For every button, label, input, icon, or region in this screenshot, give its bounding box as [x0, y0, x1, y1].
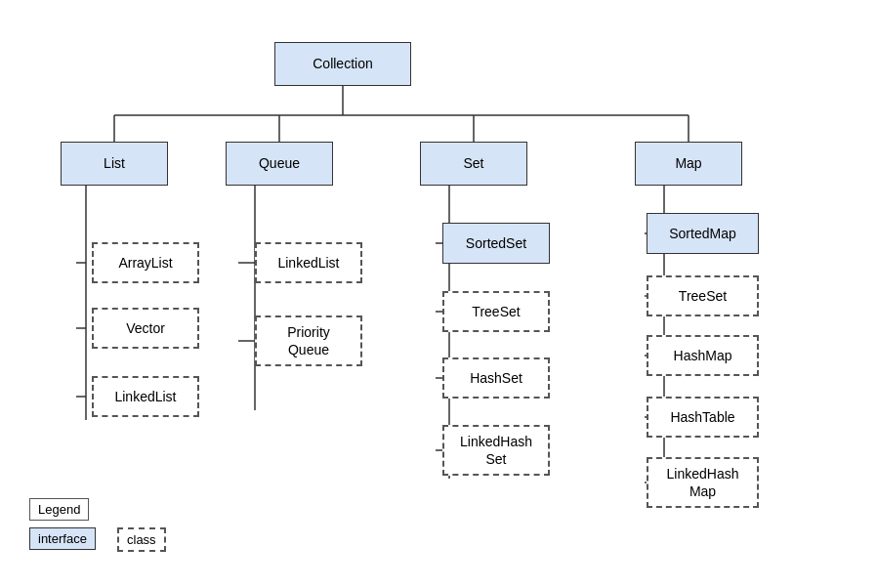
arraylist-node: ArrayList — [92, 242, 199, 283]
list-node: List — [61, 142, 168, 186]
linkedhashset-node: LinkedHash Set — [442, 425, 550, 476]
linkedhashmap-node: LinkedHash Map — [647, 457, 759, 508]
sortedmap-node: SortedMap — [647, 213, 759, 254]
hashset-node: HashSet — [442, 357, 550, 399]
collection-node: Collection — [274, 42, 411, 86]
queue-node: Queue — [226, 142, 333, 186]
legend-interface: interface — [29, 527, 96, 550]
priority-queue-node: Priority Queue — [255, 315, 362, 366]
treeset-node: TreeSet — [442, 291, 550, 332]
map-node: Map — [635, 142, 742, 186]
hashtable-node: HashTable — [647, 397, 759, 438]
legend-box: Legend — [29, 498, 89, 521]
legend-class: class — [117, 527, 166, 552]
linkedlist-queue-node: LinkedList — [255, 242, 362, 283]
set-node: Set — [420, 142, 527, 186]
sortedset-node: SortedSet — [442, 223, 550, 264]
diagram: Collection List Queue Set Map ArrayList … — [0, 0, 877, 588]
vector-node: Vector — [92, 308, 199, 349]
hashmap-node: HashMap — [647, 335, 759, 376]
linkedlist-list-node: LinkedList — [92, 376, 199, 417]
treeset-map-node: TreeSet — [647, 275, 759, 316]
